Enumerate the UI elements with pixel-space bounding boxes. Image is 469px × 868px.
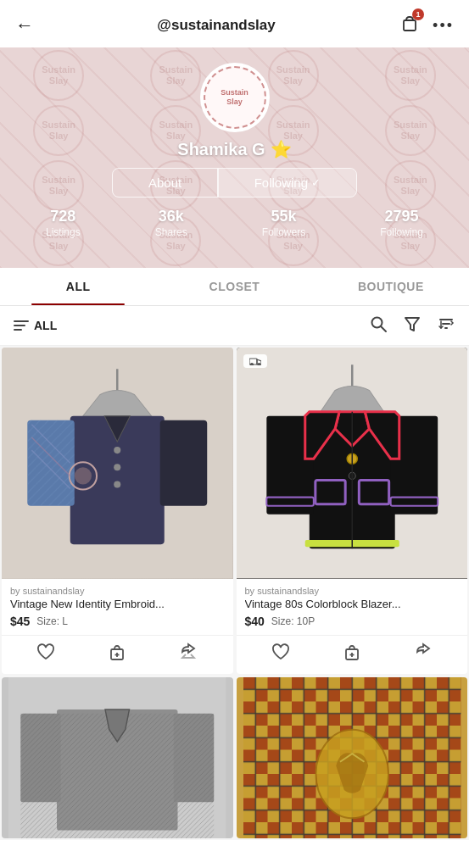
- product-card-4: [237, 677, 468, 838]
- main-tabs: ALL CLOSET BOUTIQUE: [0, 268, 469, 306]
- product-card-1: by sustainandslay Vintage New Identity E…: [2, 348, 233, 674]
- svg-point-31: [258, 364, 260, 366]
- product-seller-1: by sustainandslay: [10, 586, 225, 596]
- verified-star-icon: ⭐: [271, 139, 292, 159]
- svg-point-17: [114, 481, 120, 487]
- filter-bar: ALL: [0, 306, 469, 346]
- add-to-bag-button-2[interactable]: [343, 643, 361, 665]
- product-size-2: Size: 10P: [271, 615, 315, 627]
- filter-lines-icon: [14, 320, 29, 331]
- stat-listings: 728 Listings: [46, 208, 81, 238]
- search-icon[interactable]: [369, 314, 388, 337]
- product-price-1: $45: [10, 615, 30, 628]
- svg-rect-12: [27, 420, 75, 506]
- svg-line-2: [381, 326, 386, 331]
- about-tab[interactable]: About: [113, 169, 217, 197]
- stat-following: 2795 Following: [380, 208, 423, 238]
- cart-icon[interactable]: 1: [399, 12, 421, 39]
- product-grid: by sustainandslay Vintage New Identity E…: [0, 346, 469, 840]
- sort-icon[interactable]: [437, 314, 455, 337]
- like-button-2[interactable]: [271, 643, 290, 665]
- profile-content: SustainSlay Shamika G ⭐ About Following …: [0, 47, 469, 268]
- svg-rect-13: [160, 420, 208, 506]
- following-check-icon: ✓: [311, 176, 321, 189]
- back-button[interactable]: ←: [15, 14, 34, 36]
- profile-stats: 728 Listings 36k Shares 55k Followers 27…: [0, 208, 469, 238]
- tab-closet[interactable]: CLOSET: [156, 268, 312, 305]
- username-title: @sustainandslay: [157, 17, 275, 34]
- product-info-1: by sustainandslay Vintage New Identity E…: [2, 579, 233, 632]
- product-info-2: by sustainandslay Vintage 80s Colorblock…: [237, 579, 468, 632]
- filter-funnel-icon[interactable]: [403, 314, 422, 337]
- product-title-1: Vintage New Identity Embroid...: [10, 598, 225, 612]
- svg-point-30: [250, 364, 253, 366]
- stat-shares: 36k Shares: [155, 208, 187, 238]
- filter-left[interactable]: ALL: [14, 319, 57, 332]
- stat-followers: 55k Followers: [262, 208, 305, 238]
- product-size-1: Size: L: [36, 615, 68, 627]
- profile-name-row: Shamika G ⭐: [177, 139, 291, 159]
- header-icons: 1 •••: [399, 12, 454, 39]
- svg-point-15: [114, 447, 120, 453]
- filter-action-icons: [369, 314, 455, 337]
- profile-name: Shamika G: [177, 140, 265, 159]
- svg-rect-38: [359, 480, 388, 504]
- svg-point-19: [75, 467, 92, 484]
- profile-action-tabs: About Following ✓: [112, 168, 357, 198]
- tab-boutique[interactable]: BOUTIQUE: [313, 268, 469, 305]
- share-button-1[interactable]: [179, 643, 198, 665]
- product-price-2: $40: [245, 615, 265, 628]
- product-seller-2: by sustainandslay: [245, 586, 460, 596]
- product-actions-2: [237, 635, 468, 674]
- product-title-2: Vintage 80s Colorblock Blazer...: [245, 598, 460, 612]
- like-button-1[interactable]: [36, 643, 55, 665]
- following-tab[interactable]: Following ✓: [219, 169, 356, 197]
- svg-rect-0: [404, 20, 416, 31]
- tab-all[interactable]: ALL: [0, 268, 156, 305]
- add-to-bag-button-1[interactable]: [108, 643, 126, 665]
- product-actions-1: [2, 635, 233, 674]
- product-image-4[interactable]: [237, 677, 468, 838]
- svg-marker-3: [405, 318, 419, 331]
- top-bar: ← @sustainandslay 1 •••: [0, 0, 469, 47]
- shipping-badge-2: [243, 354, 267, 368]
- filter-label: ALL: [34, 319, 57, 332]
- more-options-icon[interactable]: •••: [433, 17, 454, 35]
- avatar: SustainSlay: [200, 63, 270, 132]
- svg-point-16: [114, 464, 120, 470]
- svg-rect-37: [315, 480, 344, 504]
- product-card-2: by sustainandslay Vintage 80s Colorblock…: [237, 348, 468, 674]
- svg-rect-40: [390, 498, 438, 506]
- svg-rect-39: [266, 498, 314, 506]
- profile-banner: Sustain Slay Sustain Slay Sustain Slay S…: [0, 47, 469, 268]
- product-image-2[interactable]: [237, 348, 468, 579]
- product-card-3: [2, 677, 233, 838]
- share-button-2[interactable]: [414, 643, 433, 665]
- product-image-3[interactable]: [2, 677, 233, 838]
- product-image-1[interactable]: [2, 348, 233, 579]
